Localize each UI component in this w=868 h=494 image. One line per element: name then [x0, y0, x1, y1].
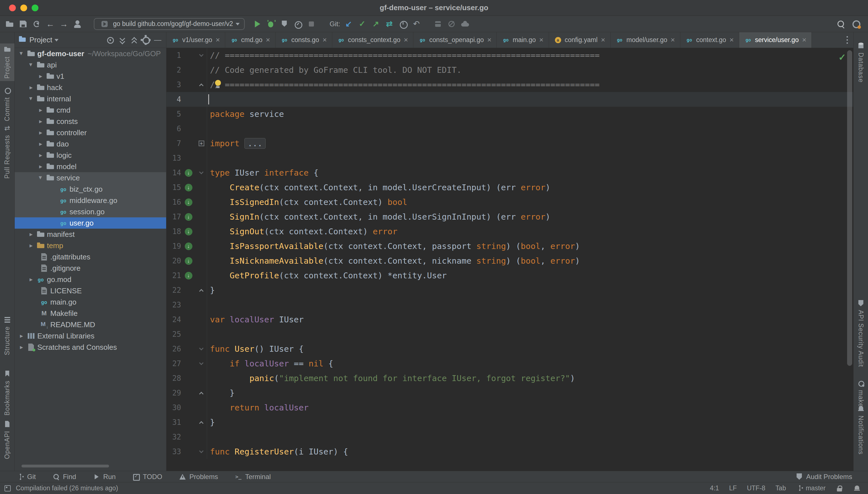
toolwindow-button-openapi[interactable]: OpenAPI — [0, 418, 14, 461]
fold-start-icon[interactable] — [199, 52, 204, 57]
code-line-25[interactable]: 25 — [166, 327, 853, 342]
line-number[interactable]: 1 — [168, 51, 181, 60]
code-line-31[interactable]: 31} — [166, 415, 853, 430]
code-line-28[interactable]: 28 panic("implement not found for interf… — [166, 371, 853, 386]
fold-start-icon[interactable] — [199, 449, 204, 453]
code-line-15[interactable]: 15↓ Create(ctx context.Context, in model… — [166, 180, 853, 195]
git-merge-icon[interactable]: ⇄ — [384, 18, 395, 30]
status-message[interactable]: Compilation failed (26 minutes ago) — [16, 484, 118, 492]
close-tab-icon[interactable]: × — [216, 36, 220, 44]
close-tab-icon[interactable]: × — [601, 36, 605, 44]
implementations-gutter-icon[interactable]: ↓ — [185, 198, 193, 206]
toolwindow-button-terminal[interactable]: Terminal — [235, 473, 271, 481]
line-number[interactable]: 2 — [168, 66, 181, 74]
toolwindow-button-api-audit[interactable]: API Security Audit — [854, 297, 868, 369]
code-line-17[interactable]: 17↓ SignIn(ctx context.Context, in model… — [166, 209, 853, 224]
code-line-16[interactable]: 16↓ IsSignedIn(ctx context.Context) bool — [166, 195, 853, 209]
toolwindow-switcher-icon[interactable] — [3, 484, 12, 493]
tree-item-gf-demo-user[interactable]: ▸gf-demo-user~/Workspace/Go/GOP — [15, 48, 166, 59]
git-push-icon[interactable]: ↗ — [370, 18, 381, 30]
implementations-gutter-icon[interactable]: ↓ — [185, 169, 193, 177]
horizontal-scrollbar[interactable] — [21, 464, 109, 468]
file-encoding-widget[interactable]: UTF-8 — [747, 484, 765, 492]
code-editor[interactable]: 1// ====================================… — [166, 48, 853, 471]
line-number[interactable]: 25 — [168, 330, 181, 339]
tree-item-consts[interactable]: ▸consts — [15, 116, 166, 127]
close-tab-icon[interactable]: × — [404, 36, 408, 44]
tree-item-controller[interactable]: ▸controller — [15, 127, 166, 138]
line-number[interactable]: 18 — [168, 227, 181, 236]
code-line-21[interactable]: 21↓ GetProfile(ctx context.Context) *ent… — [166, 268, 853, 283]
git-rollback-icon[interactable]: ↶ — [411, 18, 422, 30]
toolwindow-button-git[interactable]: Git — [16, 473, 36, 481]
tab-consts-go[interactable]: consts.go× — [275, 32, 332, 48]
cloud-sync-icon[interactable] — [459, 18, 471, 30]
project-panel-title[interactable]: Project — [30, 36, 52, 44]
line-number[interactable]: 27 — [168, 359, 181, 368]
line-number[interactable]: 30 — [168, 403, 181, 412]
intention-bulb-icon[interactable] — [214, 80, 222, 89]
collapse-all-icon[interactable] — [128, 35, 140, 46]
code-line-24[interactable]: 24var localUser IUser — [166, 312, 853, 327]
tree-item-user-go[interactable]: user.go — [15, 217, 166, 229]
chevron-collapsed-icon[interactable]: ▸ — [37, 140, 44, 148]
chevron-collapsed-icon[interactable]: ▸ — [18, 332, 25, 340]
close-tab-icon[interactable]: × — [729, 36, 734, 44]
chevron-collapsed-icon[interactable]: ▸ — [27, 242, 35, 249]
options-icon[interactable] — [140, 35, 151, 46]
tab-cmd-go[interactable]: cmd.go× — [225, 32, 275, 48]
profiler-icon[interactable] — [292, 18, 304, 30]
line-number[interactable]: 17 — [168, 212, 181, 221]
save-icon[interactable] — [18, 18, 29, 30]
project-view-icon[interactable] — [17, 35, 28, 46]
fold-start-icon[interactable] — [199, 360, 204, 365]
chevron-down-icon[interactable] — [55, 39, 58, 43]
chevron-expanded-icon[interactable]: ▸ — [18, 50, 25, 58]
tree-item-gitignore[interactable]: .gitignore — [15, 263, 166, 274]
tab-v1-user-go[interactable]: v1/user.go× — [166, 32, 225, 48]
code-line-29[interactable]: 29 } — [166, 386, 853, 400]
toolwindow-button-todo[interactable]: TODO — [132, 473, 162, 481]
line-number[interactable]: 4 — [168, 95, 181, 103]
code-line-19[interactable]: 19↓ IsPassportAvailable(ctx context.Cont… — [166, 239, 853, 253]
tree-item-service[interactable]: ▸service — [15, 172, 166, 184]
chevron-collapsed-icon[interactable]: ▸ — [37, 107, 44, 114]
code-line-5[interactable]: 5package service — [166, 107, 853, 121]
tree-item-license[interactable]: LICENSE — [15, 285, 166, 297]
git-update-icon[interactable]: ↙ — [343, 18, 354, 30]
line-number[interactable]: 28 — [168, 374, 181, 382]
tab-consts-openapi-go[interactable]: consts_openapi.go× — [413, 32, 497, 48]
notifications-bell-icon[interactable] — [853, 485, 861, 492]
implementations-gutter-icon[interactable]: ↓ — [185, 184, 193, 191]
toolwindow-button-find[interactable]: Find — [52, 473, 76, 481]
forward-icon[interactable]: → — [58, 18, 70, 30]
line-separator-widget[interactable]: LF — [729, 484, 737, 492]
line-number[interactable]: 13 — [168, 154, 181, 162]
caret-position-widget[interactable]: 4:1 — [710, 484, 719, 492]
more-tabs-icon[interactable] — [841, 32, 853, 48]
line-number[interactable]: 19 — [168, 242, 181, 250]
play-icon[interactable] — [252, 18, 263, 30]
implementations-gutter-icon[interactable]: ↓ — [185, 257, 193, 265]
tree-item-manifest[interactable]: ▸manifest — [15, 229, 166, 240]
chevron-expanded-icon[interactable]: ▸ — [37, 174, 44, 182]
close-tab-icon[interactable]: × — [539, 36, 543, 44]
line-number[interactable]: 6 — [168, 125, 181, 133]
code-line-13[interactable]: 13 — [166, 151, 853, 166]
locate-icon[interactable] — [105, 35, 116, 46]
toolwindow-button-notifications[interactable]: Notifications — [854, 402, 868, 457]
chevron-collapsed-icon[interactable]: ▸ — [27, 231, 35, 238]
line-number[interactable]: 23 — [168, 301, 181, 309]
close-tab-icon[interactable]: × — [322, 36, 327, 44]
code-line-1[interactable]: 1// ====================================… — [166, 48, 853, 63]
code-line-32[interactable]: 32 — [166, 430, 853, 444]
hide-icon[interactable]: — — [152, 35, 163, 46]
inspections-ok-icon[interactable]: ✓ — [838, 52, 846, 63]
stop-icon[interactable] — [306, 18, 317, 30]
tree-item-cmd[interactable]: ▸cmd — [15, 104, 166, 116]
code-line-4[interactable]: 4 — [166, 92, 853, 107]
line-number[interactable]: 14 — [168, 169, 181, 177]
tree-item-hack[interactable]: ▸hack — [15, 82, 166, 93]
tree-item-temp[interactable]: ▸temp — [15, 240, 166, 251]
code-line-30[interactable]: 30 return localUser — [166, 400, 853, 415]
